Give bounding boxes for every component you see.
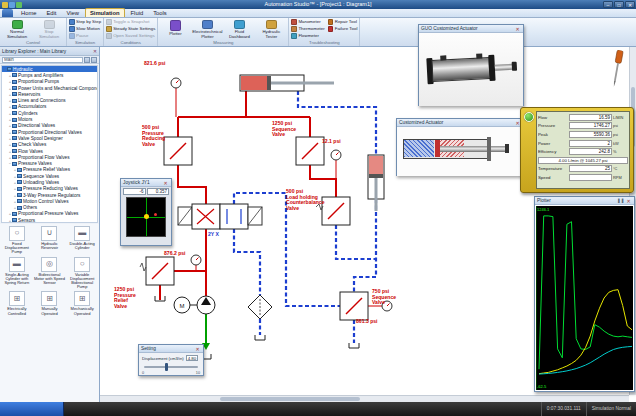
tab-fluid[interactable]: Fluid	[127, 9, 148, 17]
tester-screen: Flow16.59L/MINPressure1746.27psiPeak5590…	[536, 111, 630, 189]
joystick-y-value[interactable]: 0.357	[147, 188, 170, 195]
ribbon-group-simulation: Step by StepSlow MotionPauseSimulation	[67, 18, 104, 46]
step-by-step-button[interactable]: Step by Step	[69, 19, 101, 25]
ribbon-groups: Normal SimulationStop SimulationControlS…	[0, 18, 636, 47]
fluid-dashboard-button[interactable]: Fluid Dashboard	[224, 19, 254, 39]
plot-series-series-3	[539, 346, 632, 374]
ribbon-group-conditions: Toggle a SnapshotSteady State SettingsOp…	[104, 18, 158, 46]
normal-simulation-button[interactable]: Normal Simulation	[2, 19, 32, 39]
plotter-close-icon[interactable]: ✕	[625, 197, 632, 204]
palette-item-double-acting-cylinder[interactable]: ▬Double-Acting Cylinder	[66, 226, 98, 255]
app-menu-button[interactable]	[2, 9, 13, 17]
tab-view[interactable]: View	[62, 9, 82, 17]
plotter-title: Plotter	[537, 197, 551, 204]
steady-state-settings-button[interactable]: Steady State Settings	[106, 26, 155, 32]
open-saved-settings-button: Open Saved Settings	[106, 33, 155, 39]
palette-item-bidirectional-motor-with-speed-sensor[interactable]: ◎Bidirectional Motor with Speed Sensor	[34, 257, 66, 290]
simulation-status-message: Simulation Normal	[586, 402, 636, 416]
setting-window[interactable]: Setting ✕ Displacement (cm3/in) 4.80 0 1…	[138, 344, 204, 376]
setting-close-icon[interactable]: ✕	[194, 345, 201, 352]
minimize-icon[interactable]: –	[603, 1, 613, 8]
flowmeter-button[interactable]: Flowmeter	[291, 33, 324, 39]
plot-curves	[536, 206, 635, 392]
library-filter-input[interactable]	[2, 57, 83, 63]
hydraulic-tester-panel[interactable]: Flow16.59L/MINPressure1746.27psiPeak5590…	[520, 107, 634, 193]
tester-value-speed	[569, 174, 612, 181]
status-bar: 0:07:30.031.111 Simulation Normal	[0, 402, 636, 416]
library-search-icon[interactable]	[84, 57, 90, 63]
plotter-pause-icon[interactable]: ❚❚	[617, 197, 624, 204]
actuator-3d-window[interactable]: GUO Customized Actuator ✕	[418, 24, 524, 106]
group-caption: Control	[0, 40, 66, 46]
joystick-close-icon[interactable]: ✕	[162, 179, 169, 186]
component-palette: ○Fixed Displacement Pump∪Hydraulic Reser…	[0, 224, 99, 402]
tab-simulation[interactable]: Simulation	[85, 8, 125, 17]
tester-value-temperature: 25	[569, 165, 612, 172]
palette-item-electrically-controlled[interactable]: ⊞Electrically Controlled	[1, 291, 33, 315]
setting-slider[interactable]	[142, 363, 200, 371]
plotter-window[interactable]: Plotter ❚❚ ✕ 1246.1 -62.5	[534, 196, 635, 392]
folder-icon	[12, 92, 17, 96]
tree-item-sensors[interactable]: +Sensors	[2, 217, 97, 223]
tester-row-efficiency: Efficiency242.8%	[538, 147, 628, 156]
tab-edit[interactable]: Edit	[42, 9, 60, 17]
close-icon[interactable]: ✕	[625, 1, 635, 8]
joystick-window[interactable]: Joystick JY1 ✕ -6 0.357	[120, 178, 172, 246]
palette-item-mechanically-operated[interactable]: ⊞Mechanically Operated	[66, 291, 98, 315]
manometer-button[interactable]: Manometer	[291, 19, 324, 25]
hydraulic-tester-button[interactable]: Hydraulic Tester	[256, 19, 286, 39]
joystick-center-dot	[144, 214, 149, 219]
electrotechnical-plotter-button[interactable]: Electrotechnical Plotter	[192, 19, 222, 39]
group-caption: Simulation	[67, 40, 103, 46]
ribbon-group-control: Normal SimulationStop SimulationControl	[0, 18, 67, 46]
library-tree: −Hydraulic+Pumps and Amplifiers+Proporti…	[1, 65, 98, 223]
joystick-x-value[interactable]: -6	[123, 188, 146, 195]
tab-tools[interactable]: Tools	[149, 9, 171, 17]
repair-tool-button[interactable]: Repair Tool	[328, 19, 358, 25]
play-icon	[12, 20, 23, 29]
canvas-horizontal-scrollbar[interactable]	[100, 395, 629, 402]
fluid-dashboard-icon	[234, 20, 245, 29]
document-title: [Project1 : Diagram1]	[320, 1, 372, 7]
actuator-3d-close-icon[interactable]: ✕	[514, 25, 521, 32]
canvas-label-750-psi: 750 psi Sequence Valve	[372, 289, 396, 306]
folder-icon	[12, 130, 17, 134]
tester-value-power: 2	[569, 140, 612, 147]
tab-home[interactable]: Home	[17, 9, 40, 17]
redo-icon[interactable]	[16, 2, 22, 8]
group-caption: Conditions	[104, 40, 157, 46]
palette-item-single-acting-cylinder-with-spring-return[interactable]: ▬Single-Acting Cylinder with Spring Retu…	[1, 257, 33, 290]
library-view-icon[interactable]	[91, 57, 97, 63]
tester-row-temperature: Temperature25°C	[538, 165, 628, 174]
tester-row-pressure: Pressure1746.27psi	[538, 122, 628, 131]
tester-row-flow: Flow16.59L/MIN	[538, 113, 628, 122]
folder-icon	[12, 162, 17, 166]
folder-icon	[17, 180, 22, 184]
slow-motion-button[interactable]: Slow Motion	[69, 26, 101, 32]
maximize-icon[interactable]: □	[614, 1, 624, 8]
canvas-label-876-2-psi: 876.2 psi	[164, 251, 186, 257]
folder-icon	[17, 168, 22, 172]
hydraulic-tester-icon	[266, 20, 277, 29]
failure-tool-button[interactable]: Failure Tool	[328, 26, 358, 32]
actuator-2d-window[interactable]: Customized Actuator ✕	[396, 118, 524, 176]
setting-value[interactable]: 4.80	[186, 355, 199, 361]
power-button-icon[interactable]	[524, 112, 534, 122]
palette-item-manually-operated[interactable]: ⊞Manually Operated	[34, 291, 66, 315]
joystick-title: Joystick JY1	[123, 179, 150, 186]
palette-item-variable-displacement-bidirectional-pump[interactable]: ○Variable Displacement Bidirectional Pum…	[66, 257, 98, 290]
canvas-label-821-6-psi: 821.6 psi	[144, 61, 166, 67]
save-icon[interactable]	[2, 2, 8, 8]
thermometer-button[interactable]: Thermometer	[291, 26, 324, 32]
ribbon-tabs: HomeEditViewSimulationFluidTools	[17, 8, 171, 17]
motor-icon: ◎	[41, 257, 57, 272]
library-close-icon[interactable]: ✕	[93, 47, 97, 55]
folder-icon	[12, 111, 17, 115]
palette-item-hydraulic-reservoir[interactable]: ∪Hydraulic Reservoir	[34, 226, 66, 255]
plotter-button[interactable]: Plotter	[160, 19, 190, 39]
stop-simulation-button: Stop Simulation	[34, 19, 64, 39]
folder-icon	[12, 155, 17, 159]
undo-icon[interactable]	[9, 2, 15, 8]
joystick-pad[interactable]	[126, 197, 166, 237]
palette-item-fixed-displacement-pump[interactable]: ○Fixed Displacement Pump	[1, 226, 33, 255]
